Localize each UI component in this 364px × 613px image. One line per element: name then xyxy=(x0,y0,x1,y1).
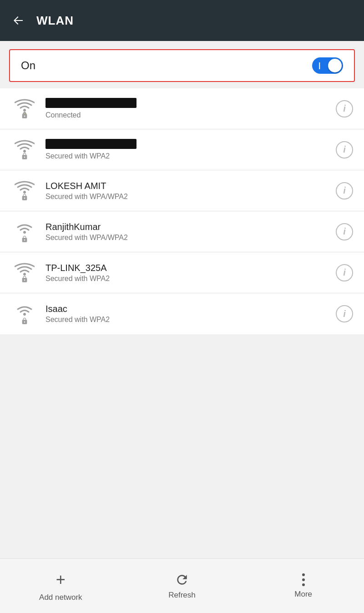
bottom-bar: + Add network Refresh More xyxy=(0,558,364,613)
network-status: Secured with WPA2 xyxy=(46,152,336,160)
network-info: TP-LINK_325A Secured with WPA2 xyxy=(38,263,336,283)
network-info-icon[interactable]: i xyxy=(336,223,353,240)
network-info: LOKESH AMIT Secured with WPA/WPA2 xyxy=(38,181,336,201)
network-name-redacted xyxy=(46,98,136,108)
network-info: Isaac Secured with WPA2 xyxy=(38,304,336,324)
network-status: Secured with WPA2 xyxy=(46,275,336,283)
lock-icon xyxy=(21,317,28,325)
network-status: Secured with WPA2 xyxy=(46,316,336,324)
page-title: WLAN xyxy=(36,14,74,28)
wifi-icon-container xyxy=(11,303,38,325)
network-info-icon[interactable]: i xyxy=(336,264,353,281)
more-button[interactable]: More xyxy=(243,573,364,599)
network-status: Secured with WPA/WPA2 xyxy=(46,193,336,201)
wifi-icon xyxy=(15,303,35,319)
network-item[interactable]: 🔒 Connected i xyxy=(0,88,364,129)
more-icon xyxy=(302,573,305,586)
toggle-knob xyxy=(328,59,342,72)
lock-icon xyxy=(21,153,28,160)
refresh-icon xyxy=(175,572,189,587)
network-item[interactable]: TP-LINK_325A Secured with WPA2 i xyxy=(0,252,364,293)
network-status: Connected xyxy=(46,111,336,119)
add-network-icon: + xyxy=(56,570,66,589)
network-info-icon[interactable]: i xyxy=(336,182,353,199)
refresh-button[interactable]: Refresh xyxy=(121,572,243,600)
wlan-toggle-switch[interactable] xyxy=(312,57,343,74)
network-info: RanjithKumar Secured with WPA/WPA2 xyxy=(38,222,336,242)
network-item[interactable]: RanjithKumar Secured with WPA/WPA2 i xyxy=(0,211,364,252)
lock-icon xyxy=(21,194,28,201)
network-status: Secured with WPA/WPA2 xyxy=(46,234,336,242)
network-name: LOKESH AMIT xyxy=(46,181,336,191)
lock-icon xyxy=(21,112,28,119)
network-list: 🔒 Connected i Secur xyxy=(0,88,364,334)
network-item[interactable]: Secured with WPA2 i xyxy=(0,129,364,170)
refresh-label: Refresh xyxy=(168,591,196,600)
more-label: More xyxy=(294,590,312,599)
add-network-label: Add network xyxy=(39,593,82,602)
network-info: Secured with WPA2 xyxy=(38,139,336,160)
wifi-icon xyxy=(15,221,35,237)
wlan-toggle-row[interactable]: On xyxy=(9,49,355,82)
wifi-icon-container: 🔒 xyxy=(11,99,38,119)
lock-icon xyxy=(21,235,28,243)
wifi-icon-container xyxy=(11,181,38,201)
wifi-icon-container xyxy=(11,140,38,160)
network-info-icon[interactable]: i xyxy=(336,141,353,158)
wifi-icon-container xyxy=(11,221,38,243)
network-info-icon[interactable]: i xyxy=(336,305,353,322)
network-name: RanjithKumar xyxy=(46,222,336,232)
header: WLAN xyxy=(0,0,364,41)
wifi-icon-container xyxy=(11,263,38,283)
add-network-button[interactable]: + Add network xyxy=(0,570,121,602)
network-item[interactable]: Isaac Secured with WPA2 i xyxy=(0,293,364,334)
toggle-label: On xyxy=(21,59,35,72)
network-item[interactable]: LOKESH AMIT Secured with WPA/WPA2 i xyxy=(0,170,364,211)
network-name: TP-LINK_325A xyxy=(46,263,336,273)
lock-icon xyxy=(21,276,28,283)
back-button[interactable] xyxy=(11,13,25,28)
network-info-icon[interactable]: i xyxy=(336,100,353,117)
network-name-redacted xyxy=(46,139,136,149)
network-info: Connected xyxy=(38,98,336,119)
network-name: Isaac xyxy=(46,304,336,314)
